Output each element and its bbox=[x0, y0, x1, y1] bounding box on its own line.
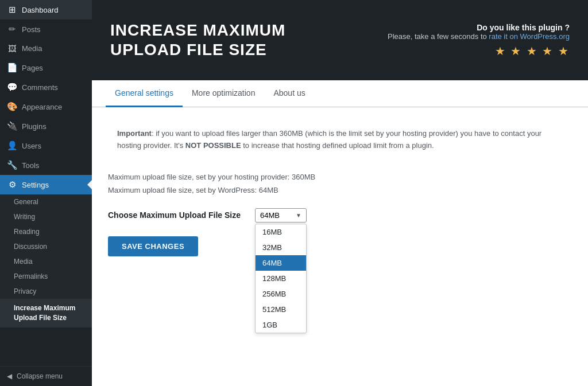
tab-about-us[interactable]: About us bbox=[264, 80, 314, 107]
option-1gb[interactable]: 1GB bbox=[256, 317, 306, 333]
sidebar-item-label: Posts bbox=[22, 25, 41, 34]
submenu-increase-upload[interactable]: Increase MaximumUpload File Size bbox=[0, 299, 92, 327]
sidebar-item-media[interactable]: 🖼 Media bbox=[0, 39, 92, 58]
choose-row: Choose Maximum Upload File Size 64MB ▼ 1… bbox=[108, 208, 572, 223]
submenu-discussion[interactable]: Discussion bbox=[0, 239, 92, 254]
rate-question: Do you like this plugin ? bbox=[388, 23, 570, 32]
sidebar-item-label: Tools bbox=[22, 161, 39, 170]
dropdown-wrapper: 64MB ▼ 16MB 32MB 64MB 128MB 256MB 512MB … bbox=[255, 208, 307, 223]
info-line2: Maximum upload file size, set by WordPre… bbox=[108, 184, 572, 197]
sidebar-item-label: Media bbox=[22, 44, 42, 53]
settings-content: Important: if you want to upload files l… bbox=[92, 107, 588, 270]
sidebar-item-label: Comments bbox=[22, 83, 58, 92]
pages-icon: 📄 bbox=[7, 63, 17, 73]
sidebar: ⊞ Dashboard ✏ Posts 🖼 Media 📄 Pages 💬 Co… bbox=[0, 0, 92, 386]
option-16mb[interactable]: 16MB bbox=[256, 224, 306, 240]
option-128mb[interactable]: 128MB bbox=[256, 271, 306, 286]
posts-icon: ✏ bbox=[7, 24, 17, 34]
plugin-title: INCREASE MAXIMUM UPLOAD FILE SIZE bbox=[110, 21, 285, 59]
sidebar-item-label: Settings bbox=[22, 181, 49, 189]
sidebar-item-label: Dashboard bbox=[22, 6, 59, 14]
sidebar-item-plugins[interactable]: 🔌 Plugins bbox=[0, 116, 92, 136]
sidebar-item-label: Pages bbox=[22, 64, 43, 72]
rate-link[interactable]: rate it on WordPress.org bbox=[489, 32, 570, 41]
main-content: INCREASE MAXIMUM UPLOAD FILE SIZE Do you… bbox=[92, 0, 588, 386]
media-icon: 🖼 bbox=[7, 44, 17, 53]
info-lines: Maximum upload file size, set by your ho… bbox=[108, 170, 572, 197]
dropdown-menu: 16MB 32MB 64MB 128MB 256MB 512MB 1GB bbox=[255, 224, 307, 333]
sidebar-item-label: Appearance bbox=[22, 103, 62, 111]
tab-more-optimization[interactable]: More optimization bbox=[183, 80, 265, 107]
tools-icon: 🔧 bbox=[7, 160, 17, 170]
info-line1: Maximum upload file size, set by your ho… bbox=[108, 170, 572, 184]
choose-label: Choose Maximum Upload File Size bbox=[108, 208, 246, 220]
dropdown-current-value: 64MB bbox=[260, 211, 280, 220]
plugin-header-banner: INCREASE MAXIMUM UPLOAD FILE SIZE Do you… bbox=[92, 0, 588, 80]
option-256mb[interactable]: 256MB bbox=[256, 286, 306, 302]
tabs-bar: General settings More optimization About… bbox=[92, 80, 588, 107]
settings-submenu: General Writing Reading Discussion Media… bbox=[0, 194, 92, 327]
save-changes-button[interactable]: SAVE CHANGES bbox=[108, 236, 198, 256]
submenu-privacy[interactable]: Privacy bbox=[0, 284, 92, 299]
tab-general-settings[interactable]: General settings bbox=[106, 80, 183, 107]
settings-icon: ⚙ bbox=[7, 180, 17, 190]
users-icon: 👤 bbox=[7, 141, 17, 151]
sidebar-item-pages[interactable]: 📄 Pages bbox=[0, 58, 92, 77]
chevron-down-icon: ▼ bbox=[296, 212, 301, 219]
sidebar-item-tools[interactable]: 🔧 Tools bbox=[0, 155, 92, 175]
appearance-icon: 🎨 bbox=[7, 102, 17, 112]
submenu-writing[interactable]: Writing bbox=[0, 209, 92, 224]
sidebar-item-appearance[interactable]: 🎨 Appearance bbox=[0, 97, 92, 116]
stars-rating: ★ ★ ★ ★ ★ bbox=[388, 44, 570, 58]
sidebar-item-label: Plugins bbox=[22, 122, 47, 131]
sidebar-item-label: Users bbox=[22, 142, 41, 150]
sidebar-nav: ⊞ Dashboard ✏ Posts 🖼 Media 📄 Pages 💬 Co… bbox=[0, 0, 92, 194]
collapse-menu-button[interactable]: ◀ Collapse menu bbox=[0, 366, 92, 386]
plugins-icon: 🔌 bbox=[7, 121, 17, 131]
option-512mb[interactable]: 512MB bbox=[256, 302, 306, 317]
option-64mb[interactable]: 64MB bbox=[256, 255, 306, 271]
sidebar-item-dashboard[interactable]: ⊞ Dashboard bbox=[0, 0, 92, 20]
rate-text-line: Please, take a few seconds to rate it on… bbox=[388, 32, 570, 41]
upload-size-dropdown[interactable]: 64MB ▼ bbox=[255, 208, 307, 223]
submenu-general[interactable]: General bbox=[0, 194, 92, 209]
comments-icon: 💬 bbox=[7, 82, 17, 92]
sidebar-item-settings[interactable]: ⚙ Settings bbox=[0, 175, 92, 194]
option-32mb[interactable]: 32MB bbox=[256, 240, 306, 255]
content-area: General settings More optimization About… bbox=[92, 80, 588, 386]
submenu-permalinks[interactable]: Permalinks bbox=[0, 269, 92, 284]
sidebar-item-users[interactable]: 👤 Users bbox=[0, 136, 92, 155]
notice-not-possible: NOT POSSIBLE bbox=[185, 141, 241, 150]
dashboard-icon: ⊞ bbox=[7, 5, 17, 15]
notice-box: Important: if you want to upload files l… bbox=[108, 121, 572, 159]
plugin-rating-block: Do you like this plugin ? Please, take a… bbox=[388, 23, 570, 58]
notice-bold: Important bbox=[117, 129, 152, 138]
sidebar-item-comments[interactable]: 💬 Comments bbox=[0, 77, 92, 97]
sidebar-item-posts[interactable]: ✏ Posts bbox=[0, 20, 92, 39]
collapse-icon: ◀ bbox=[7, 372, 12, 380]
submenu-media[interactable]: Media bbox=[0, 254, 92, 269]
submenu-reading[interactable]: Reading bbox=[0, 224, 92, 239]
